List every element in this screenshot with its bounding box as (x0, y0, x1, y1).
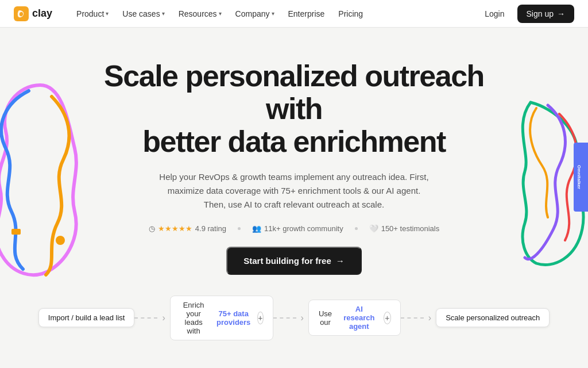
chevron-down-icon: ▾ (219, 10, 222, 17)
navigation: clay Product ▾ Use cases ▾ Resources ▾ C… (0, 0, 588, 28)
svg-text:Omnitalker: Omnitalker (577, 165, 582, 189)
ai-research-link[interactable]: AI research agent (342, 305, 377, 331)
chevron-down-icon: ▾ (162, 10, 165, 17)
community-stat: 👥 11k+ growth community (252, 224, 343, 233)
workflow-ai-node[interactable]: Use our AI research agent + (308, 300, 401, 336)
login-button[interactable]: Login (478, 6, 511, 22)
nav-enterprise[interactable]: Enterprise (283, 6, 331, 22)
nav-pricing[interactable]: Pricing (332, 6, 369, 22)
heart-icon: 🤍 (369, 224, 378, 233)
stars-icon: ★★★★★ (158, 224, 192, 233)
nav-company[interactable]: Company ▾ (230, 6, 280, 22)
arrow-icon: → (557, 9, 565, 18)
workflow-connector-1: › (134, 313, 169, 323)
decorative-blob-right: Omnitalker (519, 97, 588, 281)
nav-resources[interactable]: Resources ▾ (173, 6, 227, 22)
arrow-right-icon-2: › (301, 313, 304, 323)
arrow-right-icon-3: › (428, 313, 431, 323)
hero-subtitle: Help your RevOps & growth teams implemen… (156, 170, 432, 212)
dashed-line-3 (401, 317, 424, 319)
chevron-down-icon: ▾ (272, 10, 274, 17)
nav-use-cases[interactable]: Use cases ▾ (117, 6, 170, 22)
svg-rect-3 (574, 143, 588, 212)
dashed-line-2 (273, 317, 296, 319)
nav-product[interactable]: Product ▾ (71, 6, 114, 22)
workflow-node-scale[interactable]: Scale personalized outreach (436, 308, 550, 327)
clock-icon: ◷ (149, 224, 155, 233)
nav-links: Product ▾ Use cases ▾ Resources ▾ Compan… (71, 6, 478, 22)
rating-stat: ◷ ★★★★★ 4.9 rating (149, 224, 226, 233)
clay-logo-icon (14, 6, 29, 21)
hero-section: Omnitalker Scale personalized outreach w… (0, 28, 588, 359)
trusted-section: TRUSTED BY MORE THAN 100,000 LEADING GTM… (0, 359, 588, 368)
workflow-enrich-node[interactable]: Enrich your leads with 75+ data provider… (170, 296, 273, 340)
data-providers-link[interactable]: 75+ data providers (216, 309, 250, 327)
arrow-right-icon: › (162, 313, 165, 323)
workflow-diagram: Import / build a lead list › Enrich your… (93, 296, 495, 340)
chevron-down-icon: ▾ (106, 10, 109, 17)
logo[interactable]: clay (14, 6, 52, 21)
cta-button[interactable]: Start building for free → (226, 247, 362, 275)
dot-separator (238, 227, 241, 230)
arrow-right-icon: → (336, 256, 345, 266)
svg-point-1 (56, 236, 65, 245)
nav-right: Login Sign up → (478, 5, 574, 23)
workflow-node-import[interactable]: Import / build a lead list (38, 308, 135, 327)
workflow-connector-2: › (273, 313, 308, 323)
people-icon: 👥 (252, 224, 261, 233)
signup-button[interactable]: Sign up → (517, 5, 574, 23)
add-ai-button[interactable]: + (384, 312, 391, 324)
testimonials-stat: 🤍 150+ testimonials (369, 224, 440, 233)
workflow-connector-3: › (401, 313, 436, 323)
add-enrichment-button[interactable]: + (257, 312, 263, 324)
hero-title: Scale personalized outreach with better … (76, 60, 512, 159)
dot-separator-2 (355, 227, 358, 230)
hero-stats: ◷ ★★★★★ 4.9 rating 👥 11k+ growth communi… (14, 224, 574, 233)
dashed-line-1 (134, 317, 157, 319)
